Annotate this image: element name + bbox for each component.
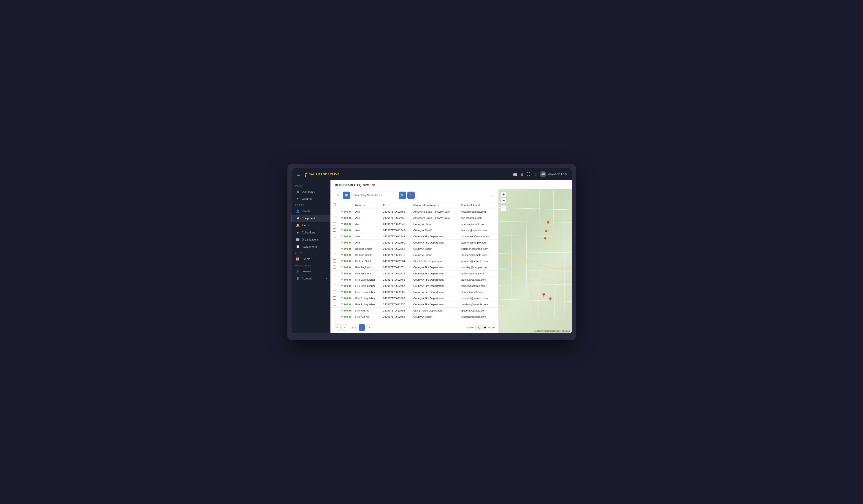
map-pin[interactable]: 📍 [542,237,548,242]
status-indicators: 📍 [340,260,351,263]
row-email-cell: cmiller@sample.com [459,270,498,277]
sidebar-item-dashboard[interactable]: ⊞ Dashboard [291,188,330,195]
status-dot-1 [344,303,346,305]
row-org-cell: County A Sheriff [411,246,459,252]
status-dot-2 [347,242,348,243]
sidebar-item-label: Account [302,277,312,280]
map-pin[interactable]: 📍 [543,229,549,235]
grid-icon[interactable]: ⊞ [521,172,523,176]
sidebar-item-collections[interactable]: ◈ Collections [291,229,330,236]
zoom-out-button[interactable]: − [501,198,507,203]
status-dot-2 [347,310,348,312]
row-checkbox[interactable] [333,222,336,225]
row-checkbox[interactable] [333,235,336,238]
row-email-cell: mrozar@sample.com [459,209,498,215]
status-dot-2 [347,217,348,219]
prev-page-button[interactable]: ‹ [341,324,348,331]
flag-icon[interactable]: 🇺🇸 [513,172,517,176]
row-checkbox[interactable] [333,290,336,293]
sidebar-item-account[interactable]: 👤 Account › [291,275,330,282]
first-page-button[interactable]: « [334,324,340,331]
row-checkbox[interactable] [333,303,336,306]
table-view-button[interactable]: ⊞ [343,192,350,199]
row-check-cell [330,289,338,295]
row-checkbox[interactable] [333,216,336,219]
row-name-cell: First Aid Kit [353,320,381,322]
status-indicators: 📍 [340,217,351,219]
status-dot-2 [347,248,348,250]
sidebar-item-wizards[interactable]: ✦ Wizards › [291,195,330,202]
theme-icon[interactable]: ☽ [534,172,537,176]
column-header-name[interactable]: Name ▼ [353,201,381,209]
sidebar-item-organizations[interactable]: 🏢 Organizations [291,236,330,243]
column-header-id[interactable]: ID ▼ [381,201,411,209]
sidebar-item-label: Equipment [302,217,315,220]
status-dot-3 [349,266,351,268]
table-row: 📍 Ballistic Shield 240917170622971 Count… [330,252,498,258]
per-page-select[interactable]: 30 50 100 [475,325,487,330]
sidebar-item-equipment[interactable]: 🖥 Equipment [291,215,330,222]
sidebar-item-label: Alerts [302,224,309,227]
more-options-icon[interactable]: ⋮ [491,193,495,198]
row-checkbox[interactable] [333,247,336,250]
zoom-in-button[interactable]: + [501,192,507,198]
wizards-icon: ✦ [296,197,300,201]
row-checkbox[interactable] [333,241,336,244]
svg-line-9 [538,189,540,317]
row-checkbox[interactable] [333,228,336,232]
status-indicators: 📍 [340,303,351,306]
list-view-button[interactable]: ≡ [334,192,341,199]
row-status-cell: 📍 [338,314,353,320]
row-id-cell: 240917170622964 [381,258,411,264]
row-org-cell: County A Fire Department [411,264,459,270]
row-checkbox[interactable] [333,265,336,269]
column-header-email[interactable]: Contact 1 Email ▼ [459,201,498,209]
column-header-org[interactable]: Organization Name ▼ [411,201,459,209]
row-check-cell [330,270,338,277]
status-dot-2 [347,254,348,256]
row-checkbox[interactable] [333,297,336,300]
status-indicators: 📍 [340,266,351,269]
search-button[interactable]: 🔍 [399,192,406,199]
organizations-icon: 🏢 [296,238,300,241]
row-checkbox[interactable] [333,309,336,312]
table-panel: ≡ ⊞ 🔍 📍 ⋮ [330,189,498,333]
map-pin[interactable]: 📍 [547,297,553,303]
last-page-button[interactable]: » [366,324,372,331]
sidebar-item-label: Organizations [302,238,319,241]
row-status-cell: 📍 [338,301,353,307]
location-pin-icon: 📍 [340,291,343,293]
row-checkbox[interactable] [333,315,336,318]
row-checkbox[interactable] [333,284,336,287]
row-checkbox[interactable] [333,210,336,213]
sidebar-item-people[interactable]: 👤 People [291,207,330,215]
row-id-cell: 240917170622749 [381,227,411,234]
row-checkbox[interactable] [333,278,336,281]
row-check-cell [330,234,338,240]
hamburger-icon[interactable]: ☰ [296,171,301,177]
map-toggle-button[interactable]: 📍 [407,192,415,199]
row-checkbox[interactable] [333,259,336,263]
next-page-button[interactable]: › [359,324,365,331]
select-all-checkbox[interactable] [333,203,336,206]
sidebar-item-assignments[interactable]: 📋 Assignments [291,243,330,250]
user-badge[interactable]: AU Anywhere User [540,171,567,177]
status-dot-1 [344,223,346,225]
map-pin[interactable]: 📍 [541,293,547,298]
sidebar-item-learning[interactable]: 🎓 Learning [291,268,330,275]
row-checkbox[interactable] [333,253,336,256]
row-status-cell: 📍 [338,289,353,295]
status-dot-2 [347,316,348,318]
location-pin-icon: 📍 [340,217,343,219]
map-pin[interactable]: 📍 [545,221,551,226]
location-pin-icon: 📍 [340,297,343,300]
search-input[interactable] [351,192,397,199]
status-dot-2 [347,303,348,305]
location-pin-icon: 📍 [340,211,343,213]
expand-icon[interactable]: ⛶ [527,172,530,176]
table-row: 📍 First Aid Kit 240917170622787 Anywhere… [330,320,498,322]
map-fullscreen-button[interactable]: ⛶ [501,205,507,211]
sidebar-item-events[interactable]: 📅 Events [291,255,330,263]
sidebar-item-alerts[interactable]: 🔔 Alerts [291,222,330,229]
row-checkbox[interactable] [333,272,336,275]
